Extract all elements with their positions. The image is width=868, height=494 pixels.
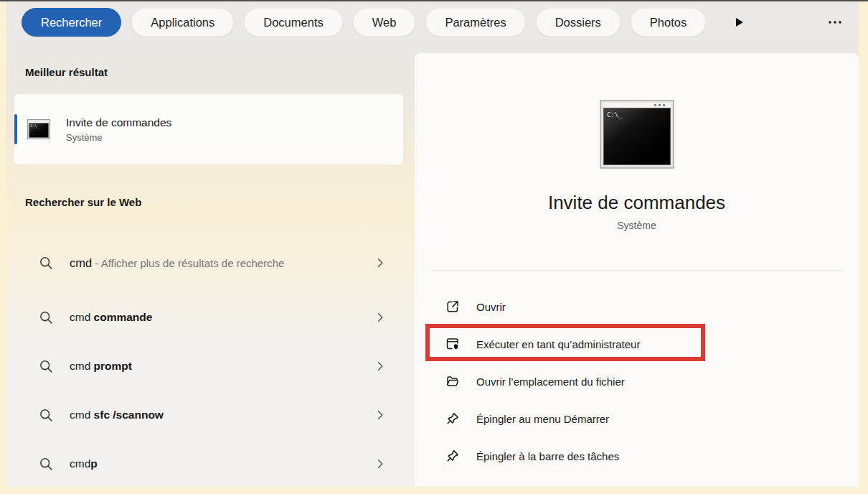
tab-photos[interactable]: Photos bbox=[631, 8, 706, 37]
preview-app-title: Invite de commandes bbox=[548, 192, 725, 214]
play-icon[interactable] bbox=[732, 15, 746, 29]
folder-icon bbox=[445, 374, 461, 388]
preview-panel: C:\_ Invite de commandes Système bbox=[415, 53, 859, 487]
tab-applications[interactable]: Applications bbox=[131, 8, 234, 37]
best-result-item[interactable]: C:\_ Invite de commandes Système bbox=[14, 94, 403, 164]
pin-icon bbox=[445, 449, 461, 463]
tab-rechercher[interactable]: Rechercher bbox=[22, 8, 121, 37]
ellipsis-icon[interactable] bbox=[827, 15, 843, 29]
search-filter-tabs: Rechercher Applications Documents Web Pa… bbox=[6, 1, 859, 43]
search-icon bbox=[39, 359, 54, 374]
tab-parametres[interactable]: Paramètres bbox=[425, 8, 525, 37]
action-label: Épingler à la barre des tâches bbox=[476, 450, 619, 462]
suggestion-text: cmd sfc /scannow bbox=[70, 404, 164, 426]
context-actions-list: Ouvrir Exécuter en tant qu’administrateu… bbox=[415, 288, 859, 475]
action-pin-to-start[interactable]: Épingler au menu Démarrer bbox=[415, 400, 859, 437]
suggestion-text: cmdp bbox=[70, 453, 98, 475]
best-result-title: Invite de commandes bbox=[66, 116, 171, 129]
suggestion-text: cmd prompt bbox=[70, 355, 132, 377]
web-search-heading: Rechercher sur le Web bbox=[25, 196, 403, 208]
chevron-right-icon bbox=[374, 458, 386, 470]
search-icon bbox=[39, 310, 54, 325]
suggestion-text: cmd - Afficher plus de résultats de rech… bbox=[70, 252, 284, 274]
action-label: Ouvrir bbox=[476, 301, 506, 313]
search-icon bbox=[39, 457, 54, 472]
screenshot-frame: Rechercher Applications Documents Web Pa… bbox=[0, 0, 868, 494]
web-suggestion-row[interactable]: cmd commande bbox=[14, 293, 403, 342]
divider bbox=[430, 270, 843, 271]
tab-documents[interactable]: Documents bbox=[244, 8, 342, 37]
web-suggestions-list: cmd - Afficher plus de résultats de rech… bbox=[14, 233, 403, 488]
chevron-right-icon bbox=[374, 360, 386, 372]
selection-accent-bar bbox=[14, 114, 17, 144]
chevron-right-icon bbox=[374, 409, 386, 421]
action-label: Épingler au menu Démarrer bbox=[476, 413, 609, 425]
tab-web[interactable]: Web bbox=[353, 8, 416, 37]
suggestion-text: cmd commande bbox=[70, 307, 152, 328]
action-pin-to-taskbar[interactable]: Épingler à la barre des tâches bbox=[415, 437, 859, 475]
cmd-terminal-icon: C:\_ bbox=[27, 119, 50, 139]
admin-shield-icon bbox=[445, 337, 461, 351]
search-icon bbox=[39, 256, 54, 271]
search-icon bbox=[39, 408, 54, 423]
action-run-as-admin[interactable]: Exécuter en tant qu’administrateur bbox=[415, 325, 859, 363]
search-results-area: Meilleur résultat C:\_ bbox=[6, 43, 859, 487]
cmd-terminal-icon-large: C:\_ bbox=[600, 100, 674, 172]
web-suggestion-row[interactable]: cmdp bbox=[14, 439, 403, 488]
web-suggestion-row[interactable]: cmd prompt bbox=[14, 342, 403, 391]
web-suggestion-row[interactable]: cmd sfc /scannow bbox=[14, 391, 403, 439]
chevron-right-icon bbox=[374, 312, 386, 323]
svg-text:C:\_: C:\_ bbox=[607, 111, 623, 118]
best-result-heading: Meilleur résultat bbox=[25, 66, 403, 78]
action-open[interactable]: Ouvrir bbox=[415, 288, 859, 325]
best-result-subtitle: Système bbox=[66, 132, 171, 143]
preview-app-subtitle: Système bbox=[617, 220, 656, 231]
windows-search-flyout: Rechercher Applications Documents Web Pa… bbox=[6, 1, 859, 487]
tab-dossiers[interactable]: Dossiers bbox=[536, 8, 621, 37]
svg-text:C:\_: C:\_ bbox=[31, 124, 40, 129]
results-column: Meilleur résultat C:\_ bbox=[6, 43, 415, 487]
chevron-right-icon bbox=[374, 257, 386, 269]
action-open-file-location[interactable]: Ouvrir l’emplacement du fichier bbox=[415, 363, 859, 400]
action-label: Ouvrir l’emplacement du fichier bbox=[476, 376, 625, 388]
open-external-icon bbox=[445, 299, 461, 314]
web-suggestion-row[interactable]: cmd - Afficher plus de résultats de rech… bbox=[14, 233, 403, 293]
pin-icon bbox=[445, 411, 461, 426]
action-label: Exécuter en tant qu’administrateur bbox=[476, 338, 640, 350]
